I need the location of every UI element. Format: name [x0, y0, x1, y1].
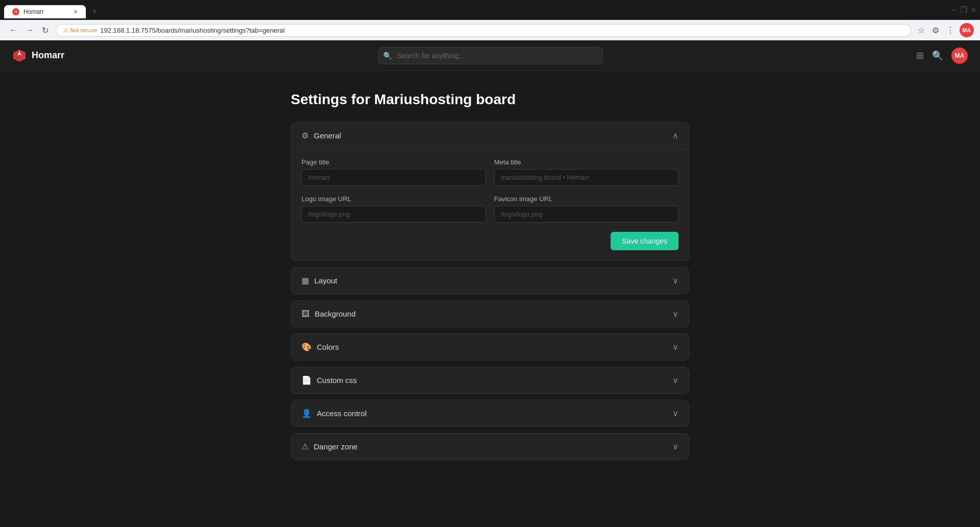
layout-chevron-icon: ∨ [672, 276, 679, 285]
layout-section-label: ▦ Layout [301, 276, 337, 285]
new-tab-button[interactable]: + [88, 3, 102, 20]
address-url: 192.168.1.18:7575/boards/mariushosting/s… [100, 27, 285, 34]
layout-section-header[interactable]: ▦ Layout ∨ [291, 268, 689, 294]
access-control-section: 👤 Access control ∨ [291, 400, 689, 427]
meta-title-input[interactable] [494, 169, 679, 186]
favicon-url-label: Favicon image URL [494, 195, 679, 203]
custom-css-section-label: 📄 Custom css [301, 375, 357, 385]
colors-section: 🎨 Colors ∨ [291, 333, 689, 361]
bookmark-icon[interactable]: ☆ [916, 25, 927, 36]
refresh-button[interactable]: ↻ [39, 25, 52, 36]
forward-button[interactable]: → [22, 25, 37, 36]
colors-section-header[interactable]: 🎨 Colors ∨ [291, 334, 689, 360]
tab-favicon: H [12, 8, 19, 15]
custom-css-section-header[interactable]: 📄 Custom css ∨ [291, 367, 689, 393]
nav-buttons: ← → ↻ [6, 25, 52, 36]
background-section-header[interactable]: 🖼 Background ∨ [291, 301, 689, 327]
custom-css-chevron-icon: ∨ [672, 375, 679, 385]
page-title-group: Page title [301, 158, 486, 186]
background-chevron-icon: ∨ [672, 309, 679, 319]
close-button[interactable]: × [971, 6, 976, 15]
header-actions: ⊞ 🔍 MA [916, 47, 968, 64]
browser-tab[interactable]: H Homarr × [4, 5, 86, 18]
danger-zone-section-label: ⚠ Danger zone [301, 442, 358, 451]
page-title-input[interactable] [301, 169, 486, 186]
background-section: 🖼 Background ∨ [291, 300, 689, 327]
minimize-button[interactable]: − [951, 6, 955, 15]
tab-title: Homarr [24, 8, 44, 15]
custom-css-section: 📄 Custom css ∨ [291, 367, 689, 394]
background-icon: 🖼 [301, 309, 310, 319]
colors-icon: 🎨 [301, 342, 312, 352]
general-section-header[interactable]: ⚙ General ∧ [291, 123, 689, 149]
general-chevron-icon: ∧ [672, 131, 679, 140]
more-icon[interactable]: ⋮ [944, 25, 956, 36]
layout-icon: ▦ [301, 276, 309, 285]
app-logo-text: Homarr [32, 50, 64, 61]
browser-chrome: H Homarr × + − ❐ × ← → ↻ ⚠ Not secure 19… [0, 0, 980, 40]
logo-url-group: Logo image URL [301, 195, 486, 223]
general-form-row-2: Logo image URL Favicon image URL [301, 195, 679, 223]
background-section-label: 🖼 Background [301, 309, 356, 319]
access-control-icon: 👤 [301, 409, 312, 418]
app-logo: Homarr [12, 49, 64, 63]
save-changes-button[interactable]: Save changes [611, 232, 679, 250]
grid-icon[interactable]: ⊞ [916, 50, 924, 61]
not-secure-indicator: ⚠ Not secure [63, 27, 97, 34]
danger-zone-icon: ⚠ [301, 442, 309, 451]
app-header: Homarr 🔍 ⊞ 🔍 MA [0, 40, 980, 71]
custom-css-icon: 📄 [301, 375, 312, 385]
access-control-section-header[interactable]: 👤 Access control ∨ [291, 400, 689, 426]
logo-url-label: Logo image URL [301, 195, 486, 203]
browser-toolbar: ← → ↻ ⚠ Not secure 192.168.1.18:7575/boa… [0, 20, 980, 40]
app-logo-icon [12, 49, 27, 63]
search-icon: 🔍 [383, 52, 392, 60]
back-button[interactable]: ← [6, 25, 20, 36]
browser-profile-avatar[interactable]: MA [960, 23, 974, 37]
window-controls: − ❐ × [951, 5, 976, 18]
favicon-url-group: Favicon image URL [494, 195, 679, 223]
layout-section: ▦ Layout ∨ [291, 267, 689, 294]
search-input[interactable] [378, 47, 603, 64]
general-section: ⚙ General ∧ Page title Meta title [291, 122, 689, 261]
danger-zone-section: ⚠ Danger zone ∨ [291, 433, 689, 460]
general-form-row-1: Page title Meta title [301, 158, 679, 186]
access-control-section-label: 👤 Access control [301, 409, 367, 418]
access-control-chevron-icon: ∨ [672, 409, 679, 418]
browser-title-bar: H Homarr × + − ❐ × [0, 0, 980, 20]
meta-title-group: Meta title [494, 158, 679, 186]
favicon-url-input[interactable] [494, 206, 679, 223]
page-title: Settings for Mariushosting board [291, 91, 689, 108]
main-content: Settings for Mariushosting board ⚙ Gener… [291, 71, 689, 487]
user-avatar[interactable]: MA [951, 47, 968, 64]
extensions-icon[interactable]: ⚙ [930, 25, 941, 36]
restore-button[interactable]: ❐ [960, 5, 967, 15]
general-section-label: ⚙ General [301, 131, 341, 140]
page-title-label: Page title [301, 158, 486, 166]
toolbar-actions: ☆ ⚙ ⋮ MA [916, 23, 974, 37]
header-search-icon[interactable]: 🔍 [932, 50, 943, 61]
danger-zone-section-header[interactable]: ⚠ Danger zone ∨ [291, 434, 689, 460]
address-bar[interactable]: ⚠ Not secure 192.168.1.18:7575/boards/ma… [56, 24, 912, 37]
colors-chevron-icon: ∨ [672, 342, 679, 352]
danger-zone-chevron-icon: ∨ [672, 442, 679, 451]
logo-url-input[interactable] [301, 206, 486, 223]
general-icon: ⚙ [301, 131, 309, 140]
general-form-actions: Save changes [301, 232, 679, 250]
search-bar: 🔍 [378, 47, 603, 64]
colors-section-label: 🎨 Colors [301, 342, 339, 352]
meta-title-label: Meta title [494, 158, 679, 166]
tab-close-button[interactable]: × [74, 8, 78, 15]
general-section-body: Page title Meta title Logo image URL Fav… [291, 149, 689, 260]
